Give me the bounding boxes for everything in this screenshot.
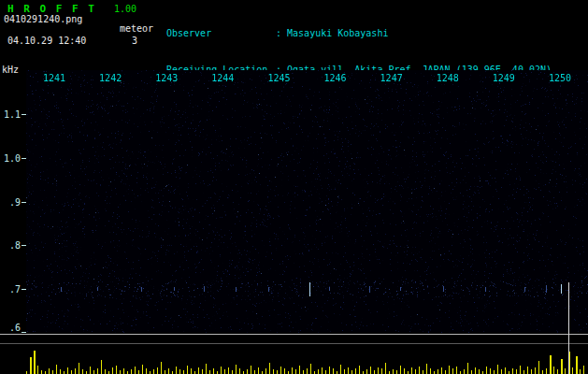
mode-label: meteor <box>120 23 153 34</box>
time-tick-label: 1250 <box>546 73 574 83</box>
time-tick-label: 1249 <box>490 73 518 83</box>
freq-tick-mark <box>22 289 26 290</box>
freq-tick-mark <box>22 245 26 246</box>
info-row-observer: Observer: Masayuki Kobayashi <box>166 27 552 39</box>
time-tick-label: 1241 <box>40 73 68 83</box>
freq-tick-label: .6 <box>0 323 21 333</box>
datetime-label: 04.10.29 12:40 <box>7 36 86 46</box>
freq-tick-mark <box>22 202 26 203</box>
freq-tick-label: .9 <box>0 197 21 208</box>
time-tick-label: 1243 <box>152 73 180 83</box>
freq-tick-mark <box>22 158 26 159</box>
time-tick-label: 1248 <box>434 73 462 83</box>
freq-tick-mark <box>22 114 26 115</box>
freq-tick-label: 1.0 <box>0 153 21 164</box>
end-marker-line <box>568 282 569 374</box>
info-colon: : <box>276 28 287 38</box>
freq-tick-mark <box>22 332 26 333</box>
hrofft-screen: H R O F F T 1.00 0410291240.png meteor 0… <box>0 0 588 374</box>
signal-strip-canvas <box>0 335 588 374</box>
app-version: 1.00 <box>114 4 136 14</box>
time-tick-label: 1242 <box>96 73 124 83</box>
output-filename: 0410291240.png <box>4 14 82 24</box>
time-tick-label: 1247 <box>378 73 406 83</box>
freq-tick-label: .7 <box>0 284 21 295</box>
meteor-count: 3 <box>132 36 137 46</box>
time-tick-label: 1244 <box>208 73 237 83</box>
time-tick-label: 1246 <box>322 73 350 83</box>
freq-tick-label: .8 <box>0 240 21 251</box>
freq-tick-label: 1.1 <box>0 109 21 120</box>
spectrogram-canvas <box>26 70 588 333</box>
info-label-observer: Observer <box>166 27 276 39</box>
time-tick-label: 1245 <box>265 73 293 83</box>
info-value-observer: Masayuki Kobayashi <box>287 28 388 38</box>
y-axis-unit-label: kHz <box>2 65 19 75</box>
